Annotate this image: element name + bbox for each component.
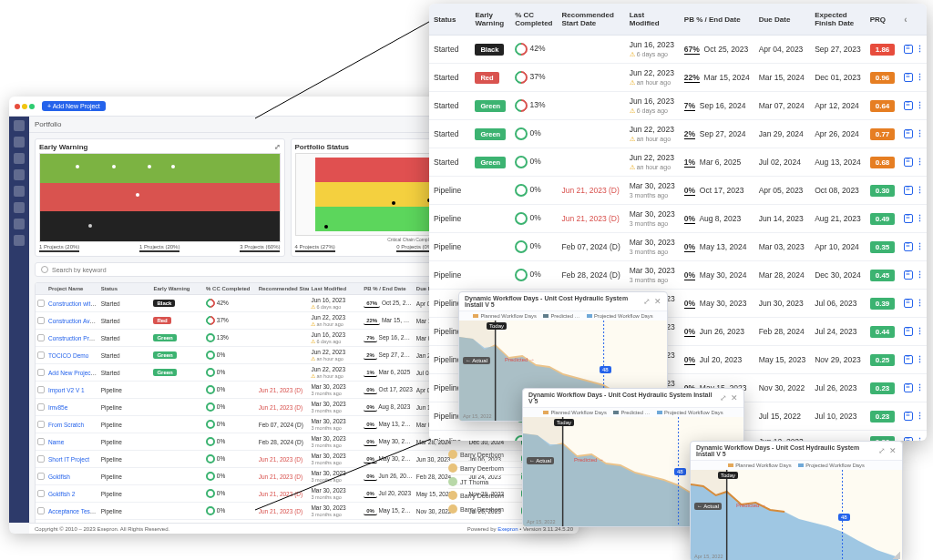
project-link[interactable]: Construction Project bbox=[48, 335, 99, 341]
row-menu-icon[interactable]: ⋮ bbox=[916, 437, 923, 441]
row-menu-icon[interactable]: ⋮ bbox=[916, 214, 923, 223]
col-header[interactable]: ‹ bbox=[899, 4, 927, 36]
row-action-icon[interactable] bbox=[904, 186, 913, 195]
row-action-icon[interactable] bbox=[904, 214, 913, 223]
row-menu-icon[interactable]: ⋮ bbox=[916, 270, 923, 280]
row-menu-icon[interactable]: ⋮ bbox=[916, 355, 923, 364]
nav-icon-6[interactable] bbox=[14, 202, 25, 213]
search-input[interactable] bbox=[52, 267, 161, 273]
row-action-icon[interactable] bbox=[904, 437, 913, 441]
project-link[interactable]: Add New Project V 1 bbox=[48, 370, 99, 376]
row-action-icon[interactable] bbox=[904, 101, 913, 110]
col-header[interactable]: Last Modified bbox=[625, 4, 680, 36]
row-checkbox[interactable] bbox=[37, 438, 45, 445]
row-checkbox[interactable] bbox=[37, 369, 45, 376]
col-header[interactable]: Project Name bbox=[46, 283, 99, 295]
nav-icon-8[interactable] bbox=[14, 235, 25, 246]
row-checkbox[interactable] bbox=[37, 317, 45, 324]
row-action-icon[interactable] bbox=[904, 355, 913, 364]
col-header[interactable]: PRQ bbox=[866, 4, 900, 36]
table-row[interactable]: Pipeline 0%Jun 21, 2023 (D)Mar 30, 20233… bbox=[429, 177, 927, 205]
col-header[interactable] bbox=[36, 283, 46, 295]
row-checkbox[interactable] bbox=[37, 334, 45, 341]
row-checkbox[interactable] bbox=[37, 473, 45, 480]
project-link[interactable]: Name bbox=[48, 439, 64, 445]
chevron-left-icon[interactable]: ‹ bbox=[904, 15, 907, 25]
col-header[interactable]: % CC Completed bbox=[204, 283, 257, 295]
col-header[interactable]: Status bbox=[429, 4, 470, 36]
early-warning-chart[interactable] bbox=[39, 153, 281, 242]
row-action-icon[interactable] bbox=[904, 45, 913, 54]
table-row[interactable]: StartedGreen 13%Jun 16, 20236 days ago7%… bbox=[429, 92, 927, 120]
row-menu-icon[interactable]: ⋮ bbox=[916, 412, 923, 421]
nav-icon-5[interactable] bbox=[14, 186, 25, 197]
table-row[interactable]: Pipeline 0%Feb 07, 2024 (D)Mar 30, 20233… bbox=[429, 233, 927, 261]
col-header[interactable]: Last Modified bbox=[309, 283, 362, 295]
project-link[interactable]: From Scratch bbox=[48, 422, 84, 428]
row-menu-icon[interactable]: ⋮ bbox=[916, 327, 923, 336]
row-action-icon[interactable] bbox=[904, 73, 913, 82]
footer-link[interactable]: Exepron bbox=[497, 526, 518, 532]
col-header[interactable]: Recommended Start Date bbox=[557, 4, 624, 36]
row-action-icon[interactable] bbox=[904, 327, 913, 336]
col-header[interactable]: Due Date bbox=[754, 4, 811, 36]
popup-chart[interactable]: ← Actual Today Predicted → 48 Apr 15, 20… bbox=[691, 470, 902, 560]
project-link[interactable]: Construction with Cost & Hours V 1 0 1 bbox=[48, 300, 99, 307]
row-checkbox[interactable] bbox=[37, 455, 45, 463]
nav-icon-3[interactable] bbox=[14, 153, 25, 164]
row-checkbox[interactable] bbox=[37, 490, 45, 497]
row-menu-icon[interactable]: ⋮ bbox=[916, 383, 923, 392]
project-link[interactable]: Imv85e bbox=[48, 404, 67, 411]
row-menu-icon[interactable]: ⋮ bbox=[916, 299, 923, 308]
row-action-icon[interactable] bbox=[904, 242, 913, 251]
col-header[interactable]: % CC Completed bbox=[510, 4, 557, 36]
table-row[interactable]: Pipeline 0%Jun 21, 2023 (D)Mar 30, 20233… bbox=[429, 205, 927, 233]
table-row[interactable]: StartedGreen 0%Jun 22, 2023an hour ago2%… bbox=[429, 120, 927, 148]
row-action-icon[interactable] bbox=[904, 270, 913, 280]
row-menu-icon[interactable]: ⋮ bbox=[916, 186, 923, 195]
table-row[interactable]: Pipeline 0%Feb 28, 2024 (D)Mar 30, 20233… bbox=[429, 261, 927, 290]
col-header[interactable]: Status bbox=[99, 283, 152, 295]
close-icon[interactable]: ✕ bbox=[889, 446, 897, 455]
project-link[interactable]: TOCICO Demo bbox=[48, 352, 88, 359]
col-header[interactable]: PB % / End Date bbox=[680, 4, 754, 36]
resize-handle[interactable] bbox=[893, 552, 900, 559]
project-link[interactable]: Import V2 V 1 bbox=[48, 387, 85, 393]
table-row[interactable]: StartedRed 37%Jun 22, 2023an hour ago22%… bbox=[429, 64, 927, 92]
expand-icon[interactable]: ⤢ bbox=[643, 297, 651, 306]
row-checkbox[interactable] bbox=[37, 300, 45, 307]
col-header[interactable]: Recommended Start Date bbox=[257, 283, 310, 295]
row-checkbox[interactable] bbox=[37, 386, 45, 393]
project-link[interactable]: Short IT Project bbox=[48, 456, 89, 463]
nav-icon-1[interactable] bbox=[14, 120, 25, 131]
project-link[interactable]: Goldfish 2 bbox=[48, 491, 75, 497]
row-checkbox[interactable] bbox=[37, 507, 45, 514]
add-project-button[interactable]: + Add New Project bbox=[42, 101, 106, 111]
close-icon[interactable]: ✕ bbox=[731, 393, 738, 402]
expand-icon[interactable]: ⤢ bbox=[274, 143, 281, 151]
col-header[interactable]: Early Warning bbox=[470, 4, 510, 36]
row-action-icon[interactable] bbox=[904, 383, 913, 392]
nav-icon-2[interactable] bbox=[14, 137, 25, 148]
row-menu-icon[interactable]: ⋮ bbox=[916, 158, 923, 167]
close-icon[interactable]: ✕ bbox=[654, 297, 661, 306]
row-action-icon[interactable] bbox=[904, 299, 913, 308]
row-menu-icon[interactable]: ⋮ bbox=[916, 242, 923, 251]
row-action-icon[interactable] bbox=[904, 412, 913, 421]
row-menu-icon[interactable]: ⋮ bbox=[916, 45, 923, 54]
table-row[interactable]: StartedBlack 42%Jun 16, 20236 days ago67… bbox=[429, 36, 927, 64]
expand-icon[interactable]: ⤢ bbox=[878, 446, 886, 455]
row-menu-icon[interactable]: ⋮ bbox=[916, 129, 923, 138]
col-header[interactable]: PB % / End Date bbox=[362, 283, 415, 295]
project-link[interactable]: Construction Average Structure of Projec… bbox=[48, 318, 99, 324]
row-action-icon[interactable] bbox=[904, 158, 913, 167]
row-action-icon[interactable] bbox=[904, 129, 913, 138]
project-link[interactable]: Acceptance Testing Rnm2 V 1 bbox=[48, 508, 99, 514]
row-menu-icon[interactable]: ⋮ bbox=[916, 73, 923, 82]
col-header[interactable]: Expected Finish Date bbox=[810, 4, 866, 36]
row-menu-icon[interactable]: ⋮ bbox=[916, 101, 923, 110]
expand-icon[interactable]: ⤢ bbox=[720, 393, 727, 402]
col-header[interactable]: Early Warning bbox=[151, 283, 204, 295]
nav-icon-7[interactable] bbox=[14, 219, 25, 229]
nav-icon-4[interactable] bbox=[14, 169, 25, 180]
